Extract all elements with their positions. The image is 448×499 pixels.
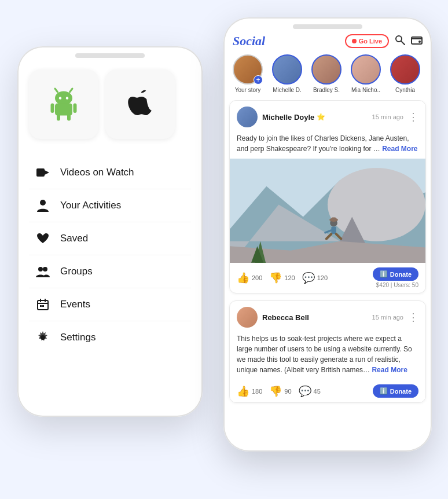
svg-point-29 <box>328 168 425 241</box>
like-group-2: 👍 180 <box>237 385 262 398</box>
wallet-icon[interactable] <box>411 35 423 47</box>
svg-rect-20 <box>42 305 44 307</box>
dislike-icon-2[interactable]: 👎 <box>269 385 282 398</box>
left-phone: Videos on Watch Your Activities Saved Gr… <box>17 46 203 417</box>
svg-rect-8 <box>57 114 60 121</box>
post-avatar-1 <box>237 107 258 127</box>
story-item-michelle[interactable]: Michelle D. <box>270 54 304 93</box>
like-icon-2[interactable]: 👍 <box>237 385 249 398</box>
menu-label-settings: Settings <box>60 332 96 343</box>
donate-area-1: ℹ️ Donate $420 | Users: 50 <box>373 267 418 288</box>
post-more-2[interactable]: ⋮ <box>408 311 418 324</box>
gear-icon <box>35 329 51 346</box>
add-story-badge: + <box>254 75 263 85</box>
svg-point-13 <box>38 267 43 271</box>
menu-item-saved[interactable]: Saved <box>29 222 191 255</box>
android-app-icon[interactable] <box>29 69 98 139</box>
groups-icon <box>35 263 51 280</box>
comment-count-2: 45 <box>314 388 321 395</box>
read-more-1[interactable]: Read More <box>382 145 417 153</box>
story-item-mia[interactable]: Mia Nicho.. <box>348 54 383 93</box>
search-icon[interactable] <box>395 35 405 48</box>
story-name-bradley: Bradley S. <box>313 87 340 93</box>
post-author-name-2: Rebecca Bell <box>262 313 309 322</box>
menu-label-activities: Your Activities <box>60 200 121 211</box>
svg-point-12 <box>40 200 46 206</box>
dislike-icon-1[interactable]: 👎 <box>269 271 282 284</box>
svg-point-4 <box>66 97 69 100</box>
menu-item-groups[interactable]: Groups <box>29 255 191 288</box>
svg-line-1 <box>55 89 58 92</box>
menu-item-videos[interactable]: Videos on Watch <box>29 156 191 189</box>
info-icon-2: ℹ️ <box>380 387 388 395</box>
like-count-2: 180 <box>252 388 262 395</box>
donate-info-1: $420 | Users: 50 <box>373 282 418 288</box>
like-icon-1[interactable]: 👍 <box>237 271 249 284</box>
svg-point-0 <box>55 91 72 105</box>
menu-list: Videos on Watch Your Activities Saved Gr… <box>29 156 191 354</box>
svg-point-25 <box>418 41 421 43</box>
svg-rect-19 <box>40 305 42 307</box>
menu-item-settings[interactable]: Settings <box>29 321 191 354</box>
post-meta-2: Rebecca Bell <box>262 313 368 322</box>
story-item-cynthia[interactable]: Cynthia <box>388 54 423 93</box>
heart-icon <box>35 230 51 247</box>
go-live-label: Go Live <box>359 38 382 45</box>
donate-button-2[interactable]: ℹ️ Donate <box>373 384 418 398</box>
like-count-1: 200 <box>252 274 262 281</box>
svg-rect-9 <box>67 114 71 121</box>
post-image-1 <box>230 159 425 263</box>
apple-app-icon[interactable] <box>105 69 175 139</box>
post-author-1: Michelle Doyle ⭐ <box>262 113 368 122</box>
story-avatar-cynthia <box>390 54 420 85</box>
svg-rect-37 <box>331 218 336 221</box>
live-indicator <box>352 39 357 43</box>
story-item-bradley[interactable]: Bradley S. <box>309 54 344 93</box>
story-avatar-michelle <box>272 54 302 85</box>
header-actions: Go Live <box>345 34 423 48</box>
post-author-name-1: Michelle Doyle <box>262 113 314 122</box>
star-badge-1: ⭐ <box>317 113 325 121</box>
svg-rect-24 <box>412 37 422 44</box>
calendar-icon <box>35 296 51 313</box>
post-header-2: Rebecca Bell 15 min ago ⋮ <box>230 301 425 333</box>
svg-rect-7 <box>74 104 77 113</box>
menu-item-events[interactable]: Events <box>29 288 191 321</box>
app-icons-row <box>29 69 191 139</box>
post-actions-2: 👍 180 👎 90 💬 45 ℹ️ Donate <box>230 380 425 402</box>
post-header-1: Michelle Doyle ⭐ 15 min ago ⋮ <box>230 101 425 133</box>
dislike-count-2: 90 <box>284 388 291 395</box>
dislike-count-1: 120 <box>284 274 295 281</box>
story-name-cynthia: Cynthia <box>395 87 415 93</box>
dislike-group-1: 👎 120 <box>269 271 295 284</box>
donate-label-1: Donate <box>390 271 412 278</box>
comment-icon-1[interactable]: 💬 <box>302 271 315 284</box>
svg-line-23 <box>401 41 405 45</box>
svg-rect-5 <box>55 104 72 116</box>
stories-row: + Your story Michelle D. Bradley S. <box>223 54 432 100</box>
menu-label-saved: Saved <box>60 233 88 244</box>
person-icon <box>35 197 51 214</box>
story-name-michelle: Michelle D. <box>273 87 301 93</box>
post-author-2: Rebecca Bell <box>262 313 368 322</box>
donate-area-2: ℹ️ Donate <box>373 384 418 398</box>
story-avatar-wrap-bradley <box>311 54 341 85</box>
post-text-2: This helps us to soak-test projects wher… <box>230 333 425 380</box>
story-avatar-mia <box>351 54 381 85</box>
post-card-1: Michelle Doyle ⭐ 15 min ago ⋮ Ready to j… <box>229 100 426 293</box>
post-meta-1: Michelle Doyle ⭐ <box>262 113 368 122</box>
menu-item-activities[interactable]: Your Activities <box>29 189 191 222</box>
go-live-button[interactable]: Go Live <box>345 34 389 48</box>
comment-icon-2[interactable]: 💬 <box>299 385 311 398</box>
feed: Michelle Doyle ⭐ 15 min ago ⋮ Ready to j… <box>223 100 432 452</box>
donate-button-1[interactable]: ℹ️ Donate <box>373 267 418 281</box>
story-item-your[interactable]: + Your story <box>230 54 265 93</box>
comment-count-1: 120 <box>317 274 328 281</box>
donate-label-2: Donate <box>390 388 412 395</box>
read-more-2[interactable]: Read More <box>372 366 407 374</box>
post-more-1[interactable]: ⋮ <box>408 111 418 123</box>
svg-rect-10 <box>36 168 45 177</box>
post-text-1: Ready to join the likes of Charles Dicke… <box>230 133 425 159</box>
post-time-2: 15 min ago <box>372 314 403 321</box>
info-icon-1: ℹ️ <box>380 270 388 278</box>
